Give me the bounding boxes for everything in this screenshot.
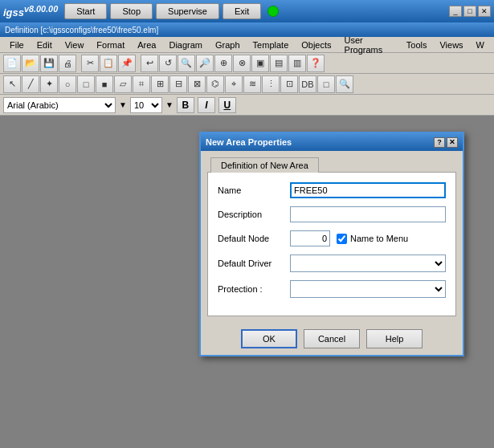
undo-button[interactable]: ↩ xyxy=(141,55,158,72)
default-node-row: Default Node Name to Menu xyxy=(218,230,446,246)
paste-button[interactable]: 📌 xyxy=(118,55,136,72)
dialog-buttons: OK Cancel Help xyxy=(201,323,463,355)
menu-diagram[interactable]: Diagram xyxy=(162,39,209,51)
tool-8[interactable]: ⌗ xyxy=(133,75,150,93)
menu-graph[interactable]: Graph xyxy=(209,39,247,51)
help-dialog-button[interactable]: Help xyxy=(366,329,423,348)
app-version: v8.00.00 xyxy=(24,4,58,14)
protection-label: Protection : xyxy=(218,284,290,294)
cancel-button[interactable]: Cancel xyxy=(304,329,360,348)
toolbar-btn-5[interactable]: ↺ xyxy=(159,55,177,72)
canvas-area[interactable]: New Area Properties ? ✕ Definition of Ne… xyxy=(0,116,494,448)
tab-content: Name Description Default Node xyxy=(207,172,456,316)
dialog-titlebar-controls: ? ✕ xyxy=(434,137,458,148)
toolbar-2: ↖ ╱ ✦ ○ □ ■ ▱ ⌗ ⊞ ⊟ ⊠ ⌬ ⌖ ≋ ⋮ ⊡ DB □ 🔍 xyxy=(0,74,494,95)
toolbar-btn-11[interactable]: ▤ xyxy=(270,55,288,72)
toolbar-btn-6[interactable]: 🔍 xyxy=(178,55,195,72)
default-node-label: Default Node xyxy=(218,234,290,243)
dialog-titlebar: New Area Properties ? ✕ xyxy=(201,133,463,151)
star-tool[interactable]: ✦ xyxy=(40,75,58,93)
dialog-help-button[interactable]: ? xyxy=(434,137,445,148)
default-driver-row: Default Driver xyxy=(218,255,446,272)
new-button[interactable]: 📄 xyxy=(3,55,21,72)
format-bar: Arial (Arabic) ▼ 10 ▼ B I U xyxy=(0,95,494,116)
toolbar-btn-7[interactable]: 🔎 xyxy=(196,55,214,72)
toolbar-btn-9[interactable]: ⊗ xyxy=(233,55,251,72)
arrow-tool[interactable]: ↖ xyxy=(3,75,21,93)
tool-14[interactable]: ≋ xyxy=(243,75,261,93)
tool-16[interactable]: ⊡ xyxy=(280,75,298,93)
font-select[interactable]: Arial (Arabic) xyxy=(3,97,116,113)
fill-rect-tool[interactable]: ■ xyxy=(96,75,113,93)
name-label: Name xyxy=(218,185,290,195)
toolbar-btn-10[interactable]: ▣ xyxy=(251,55,269,72)
description-input[interactable] xyxy=(290,206,446,222)
menu-view[interactable]: View xyxy=(59,39,91,51)
tool-10[interactable]: ⊟ xyxy=(169,75,187,93)
underline-button[interactable]: U xyxy=(218,97,236,113)
line-tool[interactable]: ╱ xyxy=(22,75,39,93)
name-to-menu-checkbox[interactable] xyxy=(337,234,347,244)
tool-9[interactable]: ⊞ xyxy=(151,75,169,93)
close-button[interactable]: ✕ xyxy=(478,6,491,17)
save-button[interactable]: 💾 xyxy=(40,55,58,72)
open-button[interactable]: 📂 xyxy=(22,55,39,72)
poly-tool[interactable]: ▱ xyxy=(114,75,132,93)
stop-button[interactable]: Stop xyxy=(110,3,153,19)
ok-button[interactable]: OK xyxy=(241,329,297,348)
description-label: Description xyxy=(218,210,290,219)
minimize-button[interactable]: _ xyxy=(449,6,462,17)
menu-template[interactable]: Template xyxy=(247,39,296,51)
start-button[interactable]: Start xyxy=(64,3,107,19)
menu-format[interactable]: Format xyxy=(90,39,131,51)
tab-area: Definition of New Area xyxy=(207,157,456,172)
toolbar-1: 📄 📂 💾 🖨 ✂ 📋 📌 ↩ ↺ 🔍 🔎 ⊕ ⊗ ▣ ▤ ▥ ❓ xyxy=(0,53,494,74)
menu-objects[interactable]: Objects xyxy=(295,39,337,51)
toolbar-btn-12[interactable]: ▥ xyxy=(288,55,306,72)
help-button[interactable]: ❓ xyxy=(307,55,325,72)
tool-15[interactable]: ⋮ xyxy=(262,75,280,93)
bold-button[interactable]: B xyxy=(177,97,194,113)
tool-18[interactable]: □ xyxy=(317,75,335,93)
name-row: Name xyxy=(218,182,446,198)
tool-11[interactable]: ⊠ xyxy=(188,75,206,93)
menu-edit[interactable]: Edit xyxy=(31,39,59,51)
definition-text: Definition [c:\igssconfigs\free50\free50… xyxy=(5,26,158,35)
circle-tool[interactable]: ○ xyxy=(59,75,76,93)
tool-17[interactable]: DB xyxy=(299,75,316,93)
toolbar-btn-8[interactable]: ⊕ xyxy=(214,55,232,72)
new-area-properties-dialog: New Area Properties ? ✕ Definition of Ne… xyxy=(199,132,464,356)
default-node-input[interactable] xyxy=(290,230,330,246)
title-bar: igssv8.00.00 Start Stop Supervise Exit _… xyxy=(0,0,494,22)
rect-tool[interactable]: □ xyxy=(77,75,95,93)
italic-button[interactable]: I xyxy=(198,97,215,113)
tool-13[interactable]: ⌖ xyxy=(225,75,243,93)
supervise-button[interactable]: Supervise xyxy=(156,3,219,19)
maximize-button[interactable]: □ xyxy=(463,6,476,17)
dialog-content: Definition of New Area Name Description xyxy=(201,151,463,323)
status-indicator xyxy=(267,6,279,17)
tab-definition[interactable]: Definition of New Area xyxy=(210,157,319,173)
menu-area[interactable]: Area xyxy=(131,39,162,51)
menu-w[interactable]: W xyxy=(470,39,491,51)
menu-user-programs[interactable]: User Programs xyxy=(338,34,400,56)
default-driver-label: Default Driver xyxy=(218,259,290,268)
dialog-overlay: New Area Properties ? ✕ Definition of Ne… xyxy=(0,116,494,448)
size-select[interactable]: 10 xyxy=(130,97,162,113)
menu-views[interactable]: Views xyxy=(433,39,469,51)
print-button[interactable]: 🖨 xyxy=(59,55,76,72)
menu-bar: File Edit View Format Area Diagram Graph… xyxy=(0,37,494,53)
copy-button[interactable]: 📋 xyxy=(100,55,117,72)
dialog-close-button[interactable]: ✕ xyxy=(447,137,458,148)
tool-12[interactable]: ⌬ xyxy=(206,75,224,93)
protection-select[interactable] xyxy=(290,280,446,298)
tab-label: Definition of New Area xyxy=(221,161,308,170)
exit-button[interactable]: Exit xyxy=(223,3,261,19)
menu-file[interactable]: File xyxy=(3,39,31,51)
cut-button[interactable]: ✂ xyxy=(81,55,99,72)
default-driver-select[interactable] xyxy=(290,255,446,272)
zoom-tool[interactable]: 🔍 xyxy=(336,75,353,93)
menu-tools[interactable]: Tools xyxy=(400,39,434,51)
name-input[interactable] xyxy=(290,182,446,198)
description-row: Description xyxy=(218,206,446,222)
